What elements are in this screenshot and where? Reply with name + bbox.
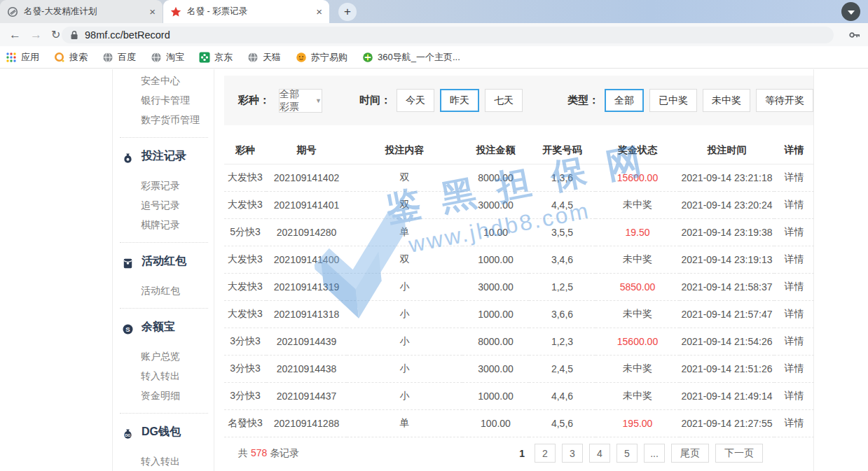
lottery-name-link[interactable]: 大发快3	[224, 164, 266, 191]
lottery-name-link[interactable]: 大发快3	[224, 246, 266, 273]
page-button[interactable]: 3	[562, 444, 583, 463]
lottery-name-link[interactable]: 名發快3	[224, 409, 266, 437]
sidebar-group-title[interactable]: S余额宝	[113, 316, 214, 337]
bet-amount: 3000.00	[462, 191, 529, 218]
tab-bet-record[interactable]: 名發 - 彩票记录 ×	[163, 0, 329, 23]
type-filter-button[interactable]: 全部	[605, 89, 644, 112]
detail-link[interactable]: 详情	[774, 218, 814, 246]
page-button[interactable]: 5	[616, 444, 638, 463]
lottery-name-link[interactable]: 大发快3	[224, 273, 266, 300]
sidebar-item[interactable]: 追号记录	[113, 195, 214, 215]
time-filter-button[interactable]: 七天	[485, 89, 523, 112]
browser-menu-button[interactable]	[841, 2, 860, 21]
bookmark-label: 苏宁易购	[311, 51, 347, 64]
new-tab-button[interactable]: +	[338, 3, 357, 21]
prize-status: 未中奖	[595, 191, 680, 218]
bet-record-table: 彩种期号投注内容投注金额开奖号码奖金状态投注时间详情 大发快3202109141…	[224, 137, 814, 437]
tab-plan[interactable]: 名發-大发精准计划 ×	[0, 0, 163, 23]
sidebar-item[interactable]: 安全中心	[113, 71, 214, 90]
next-page-button[interactable]: 下一页	[715, 444, 763, 463]
lottery-select-value: 全部彩票	[280, 88, 307, 113]
sidebar-item[interactable]: 转入转出	[113, 366, 214, 386]
sidebar-group-items: 活动红包	[113, 281, 214, 300]
type-filter-button[interactable]: 已中奖	[649, 89, 697, 112]
detail-link[interactable]: 详情	[774, 328, 814, 355]
bookmark-item[interactable]: 360导航_一个主页...	[362, 51, 460, 64]
slashed-circle-icon	[7, 6, 18, 17]
sidebar-group-title[interactable]: DGDG钱包	[113, 421, 214, 442]
time-filter-button[interactable]: 昨天	[440, 89, 479, 112]
sidebar-item[interactable]: 转入转出	[113, 451, 214, 471]
type-filter-button[interactable]: 未中奖	[703, 89, 750, 112]
bookmark-item[interactable]: 应用	[6, 51, 39, 64]
sidebar-item[interactable]: 彩票记录	[113, 176, 214, 195]
bookmark-item[interactable]: 苏宁易购	[296, 51, 347, 64]
sidebar-group-title[interactable]: 投注记录	[113, 146, 214, 167]
bookmark-item[interactable]: 京东	[199, 51, 233, 64]
time-filter-button[interactable]: 今天	[397, 89, 434, 112]
issue-number: 20210914280	[266, 218, 347, 246]
reload-icon[interactable]: ↻	[51, 29, 60, 41]
sidebar-divider	[120, 242, 208, 243]
forward-icon[interactable]: →	[30, 29, 42, 41]
sidebar-item[interactable]: 银行卡管理	[113, 90, 214, 110]
bet-content: 小	[347, 273, 462, 300]
type-filter-label: 类型：	[567, 94, 599, 107]
page-content: 安全中心银行卡管理数字货币管理投注记录彩票记录追号记录棋牌记录活动红包活动红包S…	[0, 69, 868, 471]
detail-link[interactable]: 详情	[774, 355, 814, 382]
svg-text:DG: DG	[125, 433, 130, 437]
bookmark-item[interactable]: 淘宝	[151, 51, 184, 64]
detail-link[interactable]: 详情	[774, 164, 814, 191]
detail-link[interactable]: 详情	[774, 409, 814, 437]
page-button[interactable]: 4	[589, 444, 610, 463]
sidebar-item[interactable]: 资金明细	[113, 386, 214, 405]
address-bar[interactable]: 98mf.cc/betRecord	[62, 27, 834, 43]
prize-status: 未中奖	[595, 300, 680, 328]
detail-link[interactable]: 详情	[774, 191, 814, 218]
sidebar-item[interactable]: 账户总览	[113, 346, 214, 366]
lottery-name-link[interactable]: 5分快3	[224, 218, 266, 246]
issue-number: 20210914439	[266, 328, 347, 355]
prize-status: 19.50	[595, 218, 680, 246]
bet-time: 2021-09-14 21:58:37	[680, 273, 774, 300]
table-row: 3分快320210914438小3000.002,4,5未中奖2021-09-1…	[224, 355, 814, 382]
bookmark-item[interactable]: 天猫	[247, 51, 281, 64]
bet-content: 双	[347, 164, 462, 191]
sidebar-group-title[interactable]: 活动红包	[113, 251, 214, 272]
bookmark-item[interactable]: 搜索	[54, 51, 88, 64]
sidebar-item[interactable]: 活动红包	[113, 281, 214, 300]
back-icon[interactable]: ←	[9, 29, 21, 41]
lottery-filter-label: 彩种：	[238, 94, 270, 107]
issue-number: 202109141401	[266, 191, 347, 218]
sidebar-item[interactable]: 数字货币管理	[113, 110, 214, 129]
last-page-button[interactable]: 尾页	[671, 444, 709, 463]
detail-link[interactable]: 详情	[774, 300, 814, 328]
column-header: 开奖号码	[529, 137, 595, 164]
lottery-name-link[interactable]: 大发快3	[224, 300, 266, 328]
bet-time: 2021-09-14 23:19:38	[680, 218, 774, 246]
lottery-name-link[interactable]: 3分快3	[224, 355, 266, 382]
detail-link[interactable]: 详情	[774, 382, 814, 409]
moneybag-icon	[122, 150, 134, 162]
sidebar-divider	[120, 137, 208, 138]
sidebar-item[interactable]: 棋牌记录	[113, 215, 214, 234]
detail-link[interactable]: 详情	[774, 246, 814, 273]
lottery-select[interactable]: 全部彩票 ▼	[279, 89, 322, 113]
key-icon[interactable]	[848, 29, 861, 41]
close-icon[interactable]: ×	[316, 6, 322, 17]
bookmark-label: 百度	[118, 51, 136, 64]
tab-strip: 名發-大发精准计划 × 名發 - 彩票记录 × +	[0, 0, 868, 23]
browser-toolbar: ← → ↻ 98mf.cc/betRecord	[0, 23, 868, 46]
lottery-name-link[interactable]: 3分快3	[224, 328, 266, 355]
close-icon[interactable]: ×	[149, 6, 156, 17]
lottery-name-link[interactable]: 3分快3	[224, 382, 266, 409]
bet-time: 2021-09-14 21:57:47	[680, 300, 774, 328]
type-filter-button[interactable]: 等待开奖	[756, 89, 813, 112]
page-button[interactable]: 2	[535, 444, 556, 463]
detail-link[interactable]: 详情	[774, 273, 814, 300]
draw-numbers: 2,4,5	[529, 355, 595, 382]
page-button[interactable]: ...	[644, 444, 665, 463]
bet-amount: 3000.00	[462, 273, 529, 300]
lottery-name-link[interactable]: 大发快3	[224, 191, 266, 218]
bookmark-item[interactable]: 百度	[102, 51, 136, 64]
